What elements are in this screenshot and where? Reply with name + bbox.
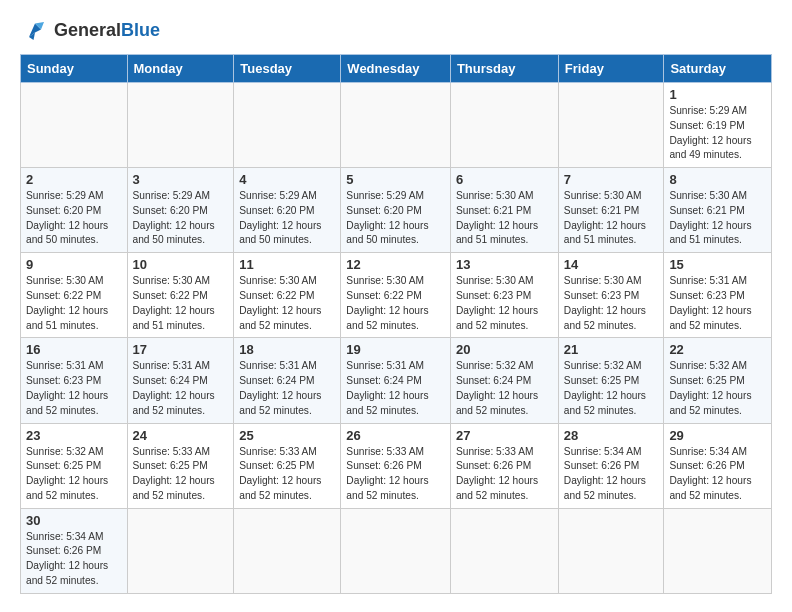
day-number: 27 [456,428,553,443]
day-info: Sunrise: 5:32 AM Sunset: 6:25 PM Dayligh… [564,359,659,418]
calendar-cell [127,83,234,168]
calendar-cell: 11Sunrise: 5:30 AM Sunset: 6:22 PM Dayli… [234,253,341,338]
day-info: Sunrise: 5:30 AM Sunset: 6:22 PM Dayligh… [346,274,445,333]
calendar-cell [341,508,451,593]
calendar-cell: 19Sunrise: 5:31 AM Sunset: 6:24 PM Dayli… [341,338,451,423]
calendar-cell [234,83,341,168]
calendar-cell [558,83,664,168]
calendar-cell: 23Sunrise: 5:32 AM Sunset: 6:25 PM Dayli… [21,423,128,508]
calendar-cell: 8Sunrise: 5:30 AM Sunset: 6:21 PM Daylig… [664,168,772,253]
day-number: 10 [133,257,229,272]
calendar-week-row: 16Sunrise: 5:31 AM Sunset: 6:23 PM Dayli… [21,338,772,423]
calendar-cell: 10Sunrise: 5:30 AM Sunset: 6:22 PM Dayli… [127,253,234,338]
day-info: Sunrise: 5:30 AM Sunset: 6:22 PM Dayligh… [239,274,335,333]
day-number: 20 [456,342,553,357]
calendar-cell: 30Sunrise: 5:34 AM Sunset: 6:26 PM Dayli… [21,508,128,593]
logo-text: GeneralBlue [54,21,160,41]
day-number: 14 [564,257,659,272]
calendar-week-row: 9Sunrise: 5:30 AM Sunset: 6:22 PM Daylig… [21,253,772,338]
weekday-header-friday: Friday [558,55,664,83]
weekday-header-saturday: Saturday [664,55,772,83]
day-info: Sunrise: 5:29 AM Sunset: 6:20 PM Dayligh… [133,189,229,248]
day-info: Sunrise: 5:30 AM Sunset: 6:23 PM Dayligh… [456,274,553,333]
calendar-cell [21,83,128,168]
day-number: 18 [239,342,335,357]
day-info: Sunrise: 5:33 AM Sunset: 6:25 PM Dayligh… [133,445,229,504]
calendar-header: SundayMondayTuesdayWednesdayThursdayFrid… [21,55,772,83]
page: GeneralBlue SundayMondayTuesdayWednesday… [0,0,792,604]
day-info: Sunrise: 5:29 AM Sunset: 6:20 PM Dayligh… [239,189,335,248]
calendar-cell [664,508,772,593]
day-info: Sunrise: 5:29 AM Sunset: 6:20 PM Dayligh… [26,189,122,248]
calendar-cell: 5Sunrise: 5:29 AM Sunset: 6:20 PM Daylig… [341,168,451,253]
calendar-cell: 18Sunrise: 5:31 AM Sunset: 6:24 PM Dayli… [234,338,341,423]
calendar-cell [234,508,341,593]
calendar-cell: 1Sunrise: 5:29 AM Sunset: 6:19 PM Daylig… [664,83,772,168]
day-info: Sunrise: 5:32 AM Sunset: 6:25 PM Dayligh… [669,359,766,418]
calendar: SundayMondayTuesdayWednesdayThursdayFrid… [20,54,772,594]
calendar-cell: 15Sunrise: 5:31 AM Sunset: 6:23 PM Dayli… [664,253,772,338]
calendar-cell: 9Sunrise: 5:30 AM Sunset: 6:22 PM Daylig… [21,253,128,338]
day-info: Sunrise: 5:34 AM Sunset: 6:26 PM Dayligh… [669,445,766,504]
day-info: Sunrise: 5:33 AM Sunset: 6:25 PM Dayligh… [239,445,335,504]
day-number: 23 [26,428,122,443]
day-number: 16 [26,342,122,357]
calendar-cell: 16Sunrise: 5:31 AM Sunset: 6:23 PM Dayli… [21,338,128,423]
calendar-cell: 28Sunrise: 5:34 AM Sunset: 6:26 PM Dayli… [558,423,664,508]
calendar-cell [450,508,558,593]
day-number: 4 [239,172,335,187]
day-info: Sunrise: 5:33 AM Sunset: 6:26 PM Dayligh… [456,445,553,504]
calendar-cell: 25Sunrise: 5:33 AM Sunset: 6:25 PM Dayli… [234,423,341,508]
day-number: 3 [133,172,229,187]
calendar-body: 1Sunrise: 5:29 AM Sunset: 6:19 PM Daylig… [21,83,772,594]
day-number: 8 [669,172,766,187]
day-info: Sunrise: 5:30 AM Sunset: 6:23 PM Dayligh… [564,274,659,333]
header: GeneralBlue [20,16,772,46]
calendar-cell: 7Sunrise: 5:30 AM Sunset: 6:21 PM Daylig… [558,168,664,253]
day-number: 13 [456,257,553,272]
day-info: Sunrise: 5:31 AM Sunset: 6:24 PM Dayligh… [133,359,229,418]
day-number: 15 [669,257,766,272]
calendar-cell: 22Sunrise: 5:32 AM Sunset: 6:25 PM Dayli… [664,338,772,423]
day-number: 29 [669,428,766,443]
day-number: 6 [456,172,553,187]
day-number: 26 [346,428,445,443]
weekday-header-wednesday: Wednesday [341,55,451,83]
calendar-cell: 14Sunrise: 5:30 AM Sunset: 6:23 PM Dayli… [558,253,664,338]
day-info: Sunrise: 5:31 AM Sunset: 6:24 PM Dayligh… [346,359,445,418]
calendar-cell [341,83,451,168]
day-number: 2 [26,172,122,187]
day-info: Sunrise: 5:34 AM Sunset: 6:26 PM Dayligh… [564,445,659,504]
calendar-cell [558,508,664,593]
calendar-cell [450,83,558,168]
day-number: 24 [133,428,229,443]
calendar-week-row: 2Sunrise: 5:29 AM Sunset: 6:20 PM Daylig… [21,168,772,253]
weekday-header-monday: Monday [127,55,234,83]
day-info: Sunrise: 5:29 AM Sunset: 6:20 PM Dayligh… [346,189,445,248]
day-number: 19 [346,342,445,357]
calendar-cell: 17Sunrise: 5:31 AM Sunset: 6:24 PM Dayli… [127,338,234,423]
day-info: Sunrise: 5:30 AM Sunset: 6:22 PM Dayligh… [26,274,122,333]
calendar-week-row: 30Sunrise: 5:34 AM Sunset: 6:26 PM Dayli… [21,508,772,593]
logo: GeneralBlue [20,16,160,46]
calendar-week-row: 23Sunrise: 5:32 AM Sunset: 6:25 PM Dayli… [21,423,772,508]
day-info: Sunrise: 5:30 AM Sunset: 6:21 PM Dayligh… [669,189,766,248]
day-info: Sunrise: 5:31 AM Sunset: 6:24 PM Dayligh… [239,359,335,418]
calendar-cell: 21Sunrise: 5:32 AM Sunset: 6:25 PM Dayli… [558,338,664,423]
calendar-cell [127,508,234,593]
calendar-cell: 6Sunrise: 5:30 AM Sunset: 6:21 PM Daylig… [450,168,558,253]
calendar-cell: 2Sunrise: 5:29 AM Sunset: 6:20 PM Daylig… [21,168,128,253]
day-info: Sunrise: 5:31 AM Sunset: 6:23 PM Dayligh… [669,274,766,333]
calendar-cell: 4Sunrise: 5:29 AM Sunset: 6:20 PM Daylig… [234,168,341,253]
day-number: 7 [564,172,659,187]
day-number: 11 [239,257,335,272]
day-info: Sunrise: 5:30 AM Sunset: 6:22 PM Dayligh… [133,274,229,333]
calendar-cell: 12Sunrise: 5:30 AM Sunset: 6:22 PM Dayli… [341,253,451,338]
day-number: 12 [346,257,445,272]
weekday-header-row: SundayMondayTuesdayWednesdayThursdayFrid… [21,55,772,83]
calendar-cell: 29Sunrise: 5:34 AM Sunset: 6:26 PM Dayli… [664,423,772,508]
day-number: 17 [133,342,229,357]
day-info: Sunrise: 5:31 AM Sunset: 6:23 PM Dayligh… [26,359,122,418]
calendar-cell: 20Sunrise: 5:32 AM Sunset: 6:24 PM Dayli… [450,338,558,423]
day-number: 25 [239,428,335,443]
